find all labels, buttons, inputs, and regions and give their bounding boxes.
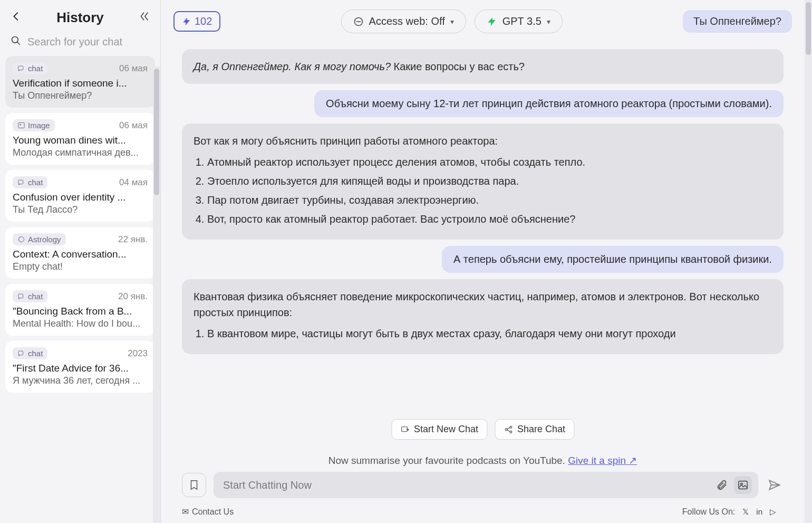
chat-history-item[interactable]: Image 06 мая Young woman dines wit... Мо… [5, 113, 155, 165]
chat-date: 2023 [128, 348, 148, 359]
attach-button[interactable] [713, 476, 731, 494]
svg-rect-2 [18, 123, 24, 128]
promo-banner: Now summarise your favourite podcasts on… [161, 453, 805, 472]
chat-item-subtitle: Mental Health: How do I bou... [13, 318, 148, 329]
web-access-label: Access web: Off [369, 15, 445, 27]
search-icon [11, 35, 21, 49]
assistant-text: Какие вопросы у вас есть? [391, 61, 525, 72]
chat-item-subtitle: Молодая симпатичная дев... [13, 147, 148, 158]
lightning-green-icon [487, 16, 497, 27]
chat-tag: chat [13, 290, 47, 302]
chat-history-item[interactable]: chat 06 мая Verification if someone i...… [5, 56, 155, 108]
assistant-message: Вот как я могу объяснить принцип работы … [182, 123, 784, 240]
chat-history-item[interactable]: Astrology 22 янв. Context: A conversatio… [5, 227, 155, 279]
back-icon[interactable] [11, 11, 22, 25]
svg-point-3 [20, 124, 21, 126]
chat-date: 20 янв. [118, 291, 148, 302]
svg-rect-9 [401, 426, 407, 431]
svg-rect-7 [18, 351, 23, 355]
assistant-text: Вот как я могу объяснить принцип работы … [194, 133, 772, 149]
chat-history-item[interactable]: chat 04 мая Confusion over identity ... … [5, 170, 155, 222]
image-button[interactable] [734, 476, 752, 494]
topbar: 102 Access web: Off ▾ GPT 3.5 ▾ Ты Оппен… [161, 0, 805, 37]
svg-rect-6 [18, 294, 23, 298]
chat-item-title: "First Date Advice for 36... [13, 363, 148, 374]
bookmark-button[interactable] [182, 473, 206, 497]
list-item: Атомный реактор использует процесс делен… [207, 154, 772, 170]
list-item: Этоепло используется для кипящей воды и … [207, 173, 772, 189]
search-row [0, 31, 160, 56]
chat-history-item[interactable]: chat 20 янв. "Bouncing Back from a B... … [5, 284, 155, 336]
svg-rect-13 [739, 481, 748, 489]
history-sidebar: History chat 06 мая Verification if some… [0, 0, 161, 523]
promo-text: Now summarise your favourite podcasts on… [328, 455, 568, 466]
assistant-message: Да, я Оппенгеймер. Как я могу помочь? Ка… [182, 49, 784, 84]
start-new-chat-button[interactable]: Start New Chat [391, 419, 487, 440]
chat-item-subtitle: Ты Оппенгеймер? [13, 90, 148, 101]
chat-list[interactable]: chat 06 мая Verification if someone i...… [0, 56, 160, 523]
chat-item-title: Verification if someone i... [13, 78, 148, 89]
footer: ✉ Contact Us Follow Us On: 𝕏 in ▷ [161, 503, 805, 523]
collapse-sidebar-icon[interactable] [138, 11, 150, 25]
chat-date: 06 мая [119, 120, 148, 131]
conversation-title: Ты Оппенгеймер? [683, 10, 792, 33]
chat-item-subtitle: Я мужчина 36 лет, сегодня ... [13, 375, 148, 386]
svg-rect-1 [18, 66, 23, 70]
share-icon [504, 425, 513, 434]
sidebar-scrollbar[interactable] [153, 66, 160, 523]
model-label: GPT 3.5 [502, 15, 542, 27]
svg-point-10 [505, 429, 507, 431]
main-scrollbar[interactable] [805, 0, 812, 523]
chat-item-title: Context: A conversation... [13, 249, 148, 260]
play-store-icon[interactable]: ▷ [770, 507, 776, 517]
credits-value: 102 [195, 15, 212, 27]
assistant-text-italic: Да, я Оппенгеймер. Как я могу помочь? [194, 61, 391, 72]
lightning-icon [182, 17, 191, 26]
chat-history-item[interactable]: chat 2023 "First Date Advice for 36... Я… [5, 341, 155, 393]
chat-tag: chat [13, 62, 47, 74]
chat-item-subtitle: Empty chat! [13, 261, 148, 272]
input-row [161, 472, 805, 503]
image-icon [737, 479, 749, 491]
chat-input[interactable] [214, 472, 758, 498]
x-icon[interactable]: 𝕏 [742, 507, 749, 517]
footer-social: Follow Us On: 𝕏 in ▷ [682, 507, 784, 517]
svg-rect-4 [18, 180, 23, 184]
svg-point-11 [510, 426, 512, 428]
chat-tag: chat [13, 347, 47, 359]
chevron-down-icon: ▾ [450, 17, 454, 26]
new-chat-icon [400, 425, 410, 434]
floating-actions: Start New Chat Share Chat [391, 419, 574, 440]
button-label: Share Chat [517, 424, 565, 435]
chat-item-title: Confusion over identity ... [13, 192, 148, 203]
sidebar-header: History [0, 0, 160, 31]
paperclip-icon [716, 479, 728, 491]
assistant-list: В квантовом мире, частицы могут быть в д… [207, 326, 772, 341]
history-title: History [30, 9, 131, 26]
topbar-center: Access web: Off ▾ GPT 3.5 ▾ [229, 9, 674, 33]
input-icons [713, 476, 784, 494]
web-access-toggle[interactable]: Access web: Off ▾ [341, 9, 466, 33]
bookmark-icon [188, 479, 200, 491]
contact-us-link[interactable]: ✉ Contact Us [182, 507, 234, 517]
messages-scroll[interactable]: Да, я Оппенгеймер. Как я могу помочь? Ка… [161, 37, 805, 453]
minus-circle-icon [353, 16, 364, 27]
assistant-text: Квантовая физика объясняет поведение мик… [194, 289, 772, 320]
chevron-down-icon: ▾ [547, 17, 550, 26]
chat-item-subtitle: Ты Тед Лассо? [13, 204, 148, 215]
credits-button[interactable]: 102 [173, 11, 220, 32]
model-selector[interactable]: GPT 3.5 ▾ [475, 9, 563, 33]
promo-link[interactable]: Give it a spin ↗ [568, 455, 637, 466]
chat-tag: chat [13, 176, 47, 188]
chat-tag: Image [13, 119, 55, 131]
assistant-list: Атомный реактор использует процесс делен… [207, 154, 772, 227]
user-message: А теперь объясни ему, простейшие принцип… [442, 246, 784, 273]
linkedin-icon[interactable]: in [756, 507, 762, 516]
search-input[interactable] [27, 36, 161, 48]
follow-label: Follow Us On: [682, 507, 735, 517]
assistant-message: Квантовая физика объясняет поведение мик… [182, 279, 784, 354]
share-chat-button[interactable]: Share Chat [495, 419, 574, 440]
contact-label: Contact Us [192, 507, 234, 517]
main-area: 102 Access web: Off ▾ GPT 3.5 ▾ Ты Оппен… [161, 0, 805, 523]
send-button[interactable] [766, 476, 784, 494]
